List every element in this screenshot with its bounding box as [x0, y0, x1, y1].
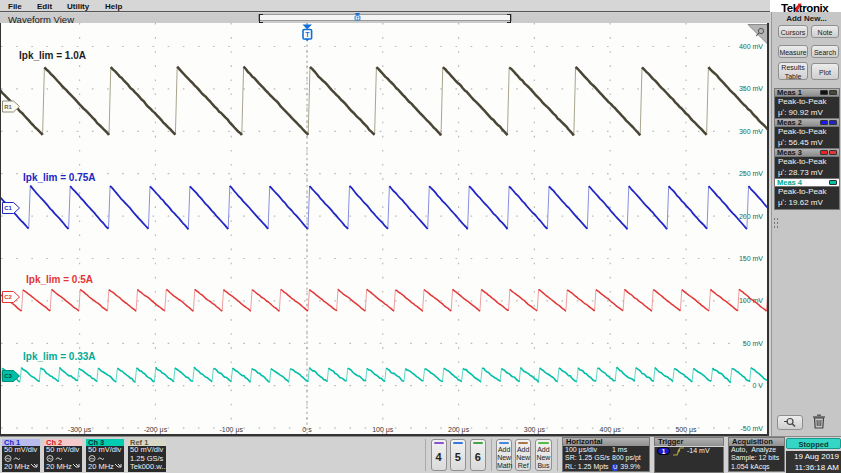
svg-text:Ipk_lim = 0.75A: Ipk_lim = 0.75A: [23, 172, 96, 183]
svg-text:400 mV: 400 mV: [739, 43, 763, 50]
svg-text:Ipk_lim = 0.5A: Ipk_lim = 0.5A: [26, 274, 93, 285]
svg-text:Ipk_lim = 0.33A: Ipk_lim = 0.33A: [23, 351, 96, 362]
svg-text:100 μs: 100 μs: [372, 426, 394, 434]
svg-text:50 mV: 50 mV: [743, 340, 764, 347]
svg-text:C2: C2: [4, 294, 12, 300]
svg-text:200 mV: 200 mV: [739, 213, 763, 220]
svg-text:T: T: [305, 31, 310, 38]
svg-text:C1: C1: [4, 205, 12, 211]
svg-text:0 V: 0 V: [752, 382, 763, 389]
svg-text:0 s: 0 s: [302, 426, 312, 433]
svg-text:200 μs: 200 μs: [448, 426, 470, 434]
svg-text:-300 μs: -300 μs: [68, 426, 92, 434]
svg-text:150 mV: 150 mV: [739, 255, 763, 262]
svg-text:-50 mV: -50 mV: [740, 425, 763, 432]
svg-text:400 μs: 400 μs: [600, 426, 622, 434]
svg-text:R1: R1: [4, 104, 12, 110]
svg-text:500 μs: 500 μs: [675, 426, 697, 434]
svg-text:300 μs: 300 μs: [524, 426, 546, 434]
svg-text:Ipk_lim = 1.0A: Ipk_lim = 1.0A: [19, 50, 86, 61]
svg-text:350 mV: 350 mV: [739, 85, 763, 92]
svg-text:250 mV: 250 mV: [739, 170, 763, 177]
svg-text:-200 μs: -200 μs: [144, 426, 168, 434]
svg-text:-100 μs: -100 μs: [219, 426, 243, 434]
svg-text:C3: C3: [4, 373, 12, 379]
svg-text:300 mV: 300 mV: [739, 128, 763, 135]
